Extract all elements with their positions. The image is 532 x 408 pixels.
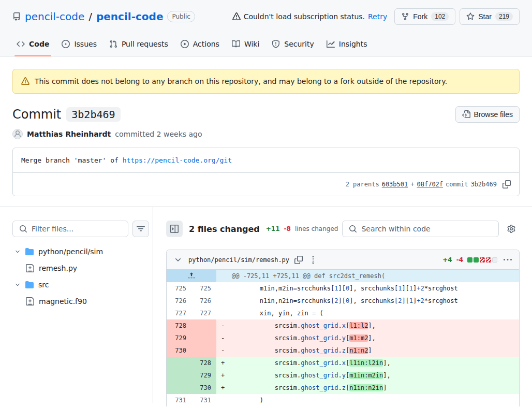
file-options-button[interactable]: [501, 255, 514, 265]
new-line-number[interactable]: 725: [191, 282, 216, 295]
old-line-number[interactable]: [167, 382, 191, 394]
play-icon: [181, 40, 189, 48]
author-name[interactable]: Matthias Rheinhardt: [27, 130, 111, 138]
new-line-number[interactable]: 731: [191, 394, 216, 406]
book-icon: [232, 40, 240, 48]
file-tree-sidebar: python/pencil/simremesh.pysrcmagnetic.f9…: [0, 207, 153, 403]
tab-actions[interactable]: Actions: [176, 32, 224, 56]
old-line-number[interactable]: 725: [167, 282, 191, 295]
warning-triangle-icon: [21, 77, 29, 85]
drag-handle[interactable]: [308, 255, 318, 265]
commit-sha-chip: 3b2b469: [66, 107, 120, 122]
expand-hunk-button[interactable]: [167, 270, 216, 282]
commit-label: commit: [446, 181, 468, 188]
fork-button[interactable]: Fork 102: [394, 8, 455, 25]
shield-icon: [272, 40, 280, 48]
tab-label: Security: [284, 40, 314, 48]
repo-name-link[interactable]: pencil-code: [96, 10, 163, 23]
file-filter-button[interactable]: [132, 221, 149, 237]
copy-icon: [294, 256, 303, 264]
code-line: srcsim.ghost_grid.x[l1in:l2in],: [230, 357, 519, 369]
diff-marker: -: [216, 344, 230, 357]
collapse-sidebar-button[interactable]: [166, 221, 183, 237]
tree-item-remesh-py[interactable]: remesh.py: [12, 260, 140, 276]
browse-files-button[interactable]: Browse files: [455, 106, 520, 123]
diff-block-add: [474, 257, 479, 263]
diff-file-stats: +4 -4: [442, 255, 514, 265]
diff-file-path[interactable]: python/pencil/sim/remesh.py: [188, 256, 289, 264]
tree-item-label: remesh.py: [39, 264, 77, 272]
tree-item-src[interactable]: src: [12, 276, 140, 293]
tab-wiki[interactable]: Wiki: [228, 32, 263, 56]
star-label: Star: [478, 12, 492, 21]
file-filter-input[interactable]: [32, 225, 122, 233]
file-deletions: -4: [456, 256, 463, 264]
retry-link[interactable]: Retry: [368, 12, 387, 21]
old-line-number[interactable]: 730: [167, 344, 191, 357]
code-search-field[interactable]: [342, 221, 499, 237]
star-button[interactable]: Star 219: [460, 8, 520, 25]
old-line-number[interactable]: [167, 369, 191, 382]
commit-message: Merge branch 'master' of https://pencil-…: [13, 148, 519, 172]
subscription-warning-text: Couldn't load subscription status.: [244, 12, 365, 21]
visibility-badge: Public: [167, 11, 195, 22]
tab-insights[interactable]: Insights: [322, 32, 372, 56]
file-filter-field[interactable]: [12, 221, 128, 237]
diff-line-del: 730- srcsim.ghost_grid.z[n1:n2]: [167, 344, 519, 357]
repo-header: pencil-code / pencil-code Public Couldn'…: [0, 0, 532, 56]
tab-code[interactable]: Code: [12, 32, 53, 56]
old-line-number[interactable]: 731: [167, 394, 191, 406]
diff-block-del: [480, 257, 485, 263]
new-line-number[interactable]: 727: [191, 307, 216, 319]
repo-icon: [12, 12, 21, 21]
new-line-number[interactable]: [191, 332, 216, 344]
new-line-number[interactable]: [191, 344, 216, 357]
repo-owner-link[interactable]: pencil-code: [25, 10, 84, 23]
tree-item-label: src: [38, 281, 49, 289]
tab-security[interactable]: Security: [268, 32, 318, 56]
old-line-number[interactable]: [167, 357, 191, 369]
tree-item-magnetic-f90[interactable]: magnetic.f90: [12, 293, 140, 310]
tree-item-python-pencil-sim[interactable]: python/pencil/sim: [12, 243, 140, 260]
gear-icon: [507, 225, 515, 233]
old-line-number[interactable]: 729: [167, 332, 191, 344]
kebab-icon: [504, 256, 512, 264]
diff-line-context: 731731 ): [167, 394, 519, 406]
copy-sha-button[interactable]: [499, 180, 511, 188]
diff-line-context: 727727 xin, yin, zin = (: [167, 307, 519, 319]
diff-line-del: 729- srcsim.ghost_grid.y[m1:m2],: [167, 332, 519, 344]
new-line-number[interactable]: 729: [191, 369, 216, 382]
copy-path-button[interactable]: [293, 255, 304, 265]
diff-block-del: [486, 257, 491, 263]
tree-item-label: python/pencil/sim: [38, 247, 103, 256]
copy-icon: [503, 180, 511, 188]
new-line-number[interactable]: 730: [191, 382, 216, 394]
old-line-number[interactable]: 726: [167, 295, 191, 307]
old-line-number[interactable]: 728: [167, 319, 191, 332]
diff-settings-button[interactable]: [503, 221, 520, 237]
diff-line-context: 726726 n1in,n2in=srcchunks[2][0], srcchu…: [167, 295, 519, 307]
tab-label: Insights: [339, 40, 367, 48]
new-line-number[interactable]: [191, 319, 216, 332]
parent-1-link[interactable]: 603b501: [382, 181, 408, 188]
commit-author-row: Matthias Rheinhardt committed 2 weeks ag…: [12, 129, 520, 139]
code-line: m1in,m2in=srcchunks[1][0], srcchunks[1][…: [230, 282, 519, 295]
old-line-number[interactable]: 727: [167, 307, 191, 319]
collapse-file-button[interactable]: [172, 254, 184, 266]
page-title: Commit 3b2b469: [12, 107, 121, 122]
code-line: srcsim.ghost_grid.x[l1:l2],: [230, 319, 519, 332]
new-line-number[interactable]: 726: [191, 295, 216, 307]
graph-icon: [327, 40, 335, 48]
code-search-input[interactable]: [361, 225, 492, 233]
parent-2-link[interactable]: 08f702f: [417, 181, 443, 188]
new-line-number[interactable]: 728: [191, 357, 216, 369]
commit-message-link[interactable]: https://pencil-code.org/git: [123, 156, 232, 164]
tab-pull-requests[interactable]: Pull requests: [105, 32, 172, 56]
pull-request-icon: [109, 40, 117, 48]
file-filter-row: [12, 221, 140, 237]
code-line: srcsim.ghost_grid.z[n1in:n2in]: [230, 382, 519, 394]
tab-label: Actions: [193, 40, 219, 48]
tab-issues[interactable]: Issues: [57, 32, 101, 56]
diff-marker: -: [216, 332, 230, 344]
avatar[interactable]: [12, 129, 23, 139]
